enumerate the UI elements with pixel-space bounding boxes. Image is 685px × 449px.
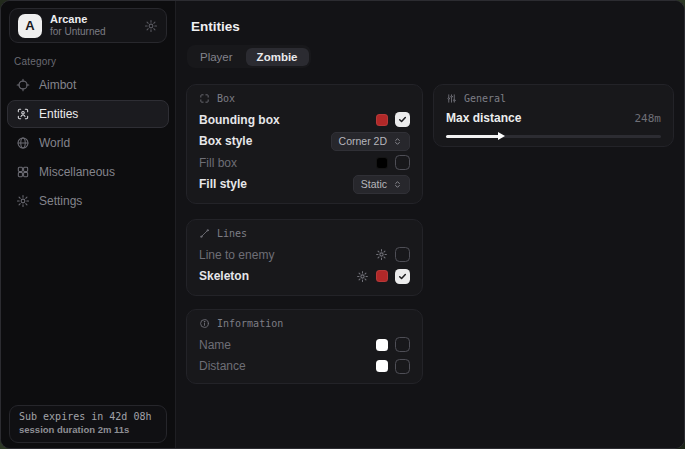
gear-icon bbox=[16, 194, 30, 208]
setting-row-skeleton: Skeleton bbox=[199, 266, 410, 288]
setting-label: Fill box bbox=[199, 156, 237, 170]
setting-row-max-distance: Max distance 248m bbox=[446, 109, 661, 127]
fill-box-checkbox[interactable] bbox=[395, 155, 410, 170]
lines-card-header: Lines bbox=[199, 228, 410, 239]
box-card-title: Box bbox=[217, 93, 235, 104]
box-style-dropdown[interactable]: Corner 2D bbox=[331, 132, 410, 151]
setting-row-distance: Distance bbox=[199, 356, 410, 378]
tab-player[interactable]: Player bbox=[189, 48, 244, 66]
session-duration-text: session duration 2m 11s bbox=[19, 424, 157, 435]
category-label: Category bbox=[14, 56, 56, 67]
box-card: Box Bounding box Box style Corner 2D bbox=[186, 84, 423, 204]
chevron-up-down-icon bbox=[393, 136, 402, 147]
color-swatch[interactable] bbox=[376, 339, 388, 351]
lines-card-title: Lines bbox=[217, 228, 247, 239]
skeleton-checkbox[interactable] bbox=[395, 269, 410, 284]
app-header-card: A Arcane for Unturned bbox=[9, 8, 167, 43]
slider-track bbox=[446, 135, 661, 138]
chevron-up-down-icon bbox=[393, 179, 402, 190]
color-swatch[interactable] bbox=[376, 157, 388, 169]
sub-expires-text: Sub expires in 42d 08h bbox=[19, 411, 157, 422]
sidebar-item-label: Aimbot bbox=[39, 78, 76, 92]
sidebar-item-settings[interactable]: Settings bbox=[7, 187, 169, 215]
setting-label: Fill style bbox=[199, 177, 247, 191]
information-card-title: Information bbox=[217, 318, 283, 329]
app-name: Arcane bbox=[50, 13, 106, 27]
tab-zombie[interactable]: Zombie bbox=[246, 48, 309, 66]
app-subtitle: for Unturned bbox=[50, 26, 106, 38]
crosshair-icon bbox=[16, 78, 30, 92]
sidebar-item-label: Entities bbox=[39, 107, 78, 121]
sidebar-item-label: Settings bbox=[39, 194, 82, 208]
dropdown-value: Corner 2D bbox=[339, 135, 387, 147]
setting-label: Max distance bbox=[446, 111, 521, 125]
bounding-box-checkbox[interactable] bbox=[395, 112, 410, 127]
sidebar-menu: Aimbot Entities World bbox=[7, 71, 169, 215]
setting-label: Bounding box bbox=[199, 113, 280, 127]
sidebar-item-entities[interactable]: Entities bbox=[7, 100, 169, 128]
sidebar: A Arcane for Unturned Category bbox=[1, 1, 176, 448]
setting-label: Line to enemy bbox=[199, 248, 274, 262]
app-logo: A bbox=[18, 14, 42, 38]
information-card: Information Name Distance bbox=[186, 309, 423, 384]
main-content: Entities Player Zombie Box Bounding box bbox=[177, 1, 684, 448]
color-swatch[interactable] bbox=[376, 270, 388, 282]
subscription-footer-card: Sub expires in 42d 08h session duration … bbox=[9, 405, 167, 443]
max-distance-value: 248m bbox=[635, 112, 662, 125]
page-title: Entities bbox=[191, 19, 240, 34]
setting-row-box-style: Box style Corner 2D bbox=[199, 131, 410, 153]
gear-icon[interactable] bbox=[144, 19, 158, 33]
general-card: General Max distance 248m bbox=[433, 84, 674, 147]
fill-style-dropdown[interactable]: Static bbox=[353, 175, 410, 194]
line-to-enemy-checkbox[interactable] bbox=[395, 247, 410, 262]
setting-row-name: Name bbox=[199, 334, 410, 356]
setting-label: Name bbox=[199, 338, 231, 352]
setting-row-line-to-enemy: Line to enemy bbox=[199, 244, 410, 266]
gear-icon[interactable] bbox=[375, 248, 388, 261]
lines-card: Lines Line to enemy Skeleton bbox=[186, 219, 423, 296]
color-swatch[interactable] bbox=[376, 360, 388, 372]
slider-thumb[interactable] bbox=[498, 132, 505, 140]
setting-label: Box style bbox=[199, 134, 252, 148]
sidebar-item-label: World bbox=[39, 136, 70, 150]
setting-label: Skeleton bbox=[199, 269, 249, 283]
setting-row-fill-box: Fill box bbox=[199, 152, 410, 174]
sidebar-item-world[interactable]: World bbox=[7, 129, 169, 157]
diagonal-line-icon bbox=[199, 228, 210, 239]
sliders-icon bbox=[446, 93, 457, 104]
sidebar-item-miscellaneous[interactable]: Miscellaneous bbox=[7, 158, 169, 186]
color-swatch[interactable] bbox=[376, 114, 388, 126]
sidebar-item-aimbot[interactable]: Aimbot bbox=[7, 71, 169, 99]
grid-icon bbox=[16, 165, 30, 179]
max-distance-slider[interactable] bbox=[446, 130, 661, 142]
sidebar-item-label: Miscellaneous bbox=[39, 165, 115, 179]
slider-fill bbox=[446, 135, 500, 138]
entity-tabs: Player Zombie bbox=[187, 45, 311, 68]
name-checkbox[interactable] bbox=[395, 337, 410, 352]
gear-icon[interactable] bbox=[356, 270, 369, 283]
setting-label: Distance bbox=[199, 359, 246, 373]
app-title-block: Arcane for Unturned bbox=[50, 13, 106, 39]
general-card-header: General bbox=[446, 93, 661, 104]
app-window: A Arcane for Unturned Category bbox=[0, 0, 685, 449]
dropdown-value: Static bbox=[361, 178, 387, 190]
info-circle-icon bbox=[199, 318, 210, 329]
setting-row-bounding-box: Bounding box bbox=[199, 109, 410, 131]
scan-person-icon bbox=[16, 107, 30, 121]
general-card-title: General bbox=[464, 93, 506, 104]
globe-icon bbox=[16, 136, 30, 150]
information-card-header: Information bbox=[199, 318, 410, 329]
box-corners-icon bbox=[199, 93, 210, 104]
setting-row-fill-style: Fill style Static bbox=[199, 174, 410, 196]
box-card-header: Box bbox=[199, 93, 410, 104]
distance-checkbox[interactable] bbox=[395, 359, 410, 374]
